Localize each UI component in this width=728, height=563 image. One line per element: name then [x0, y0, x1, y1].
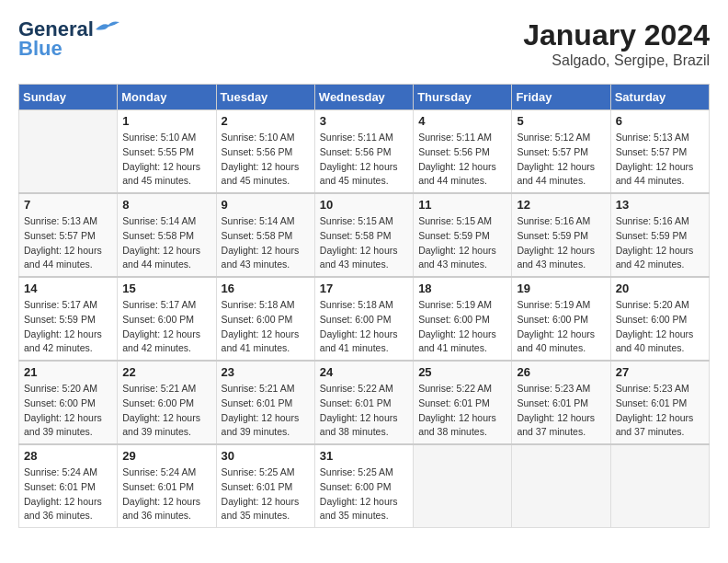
calendar-week-row: 28Sunrise: 5:24 AMSunset: 6:01 PMDayligh… — [19, 444, 710, 528]
calendar-cell: 7Sunrise: 5:13 AMSunset: 5:57 PMDaylight… — [19, 193, 118, 277]
calendar-cell: 28Sunrise: 5:24 AMSunset: 6:01 PMDayligh… — [19, 444, 118, 528]
calendar-cell: 5Sunrise: 5:12 AMSunset: 5:57 PMDaylight… — [512, 110, 610, 194]
logo-subtext: Blue — [18, 37, 63, 61]
calendar-cell: 21Sunrise: 5:20 AMSunset: 6:00 PMDayligh… — [19, 361, 118, 444]
day-info: Sunrise: 5:16 AMSunset: 5:59 PMDaylight:… — [517, 214, 605, 272]
day-info: Sunrise: 5:16 AMSunset: 5:59 PMDaylight:… — [616, 214, 704, 272]
day-number: 25 — [418, 365, 506, 379]
calendar-col-tuesday: Tuesday — [216, 85, 314, 110]
day-info: Sunrise: 5:19 AMSunset: 6:00 PMDaylight:… — [517, 298, 605, 356]
day-info: Sunrise: 5:15 AMSunset: 5:59 PMDaylight:… — [418, 214, 506, 272]
day-number: 16 — [222, 282, 310, 295]
day-number: 18 — [418, 282, 506, 295]
calendar-cell: 1Sunrise: 5:10 AMSunset: 5:55 PMDaylight… — [118, 110, 216, 194]
calendar-col-sunday: Sunday — [19, 85, 118, 110]
day-info: Sunrise: 5:22 AMSunset: 6:01 PMDaylight:… — [320, 382, 408, 440]
day-info: Sunrise: 5:23 AMSunset: 6:01 PMDaylight:… — [517, 382, 605, 440]
calendar-cell: 15Sunrise: 5:17 AMSunset: 6:00 PMDayligh… — [118, 277, 216, 361]
day-info: Sunrise: 5:25 AMSunset: 6:01 PMDaylight:… — [222, 465, 310, 523]
day-number: 17 — [320, 282, 408, 295]
calendar-cell: 29Sunrise: 5:24 AMSunset: 6:01 PMDayligh… — [118, 444, 216, 528]
calendar-table: SundayMondayTuesdayWednesdayThursdayFrid… — [18, 84, 710, 528]
calendar-cell: 22Sunrise: 5:21 AMSunset: 6:00 PMDayligh… — [118, 361, 216, 444]
day-info: Sunrise: 5:20 AMSunset: 6:00 PMDaylight:… — [616, 298, 704, 356]
day-number: 23 — [222, 365, 310, 379]
day-number: 29 — [122, 449, 210, 463]
day-info: Sunrise: 5:21 AMSunset: 6:01 PMDaylight:… — [222, 382, 310, 440]
day-info: Sunrise: 5:11 AMSunset: 5:56 PMDaylight:… — [320, 131, 408, 189]
day-info: Sunrise: 5:17 AMSunset: 5:59 PMDaylight:… — [24, 298, 112, 356]
page-header: General Blue January 2024 Salgado, Sergi… — [18, 18, 710, 69]
calendar-week-row: 7Sunrise: 5:13 AMSunset: 5:57 PMDaylight… — [19, 193, 710, 277]
day-number: 27 — [616, 365, 704, 379]
calendar-cell: 24Sunrise: 5:22 AMSunset: 6:01 PMDayligh… — [314, 361, 413, 444]
day-info: Sunrise: 5:12 AMSunset: 5:57 PMDaylight:… — [517, 131, 605, 189]
logo-bird-icon — [96, 20, 119, 35]
calendar-cell: 23Sunrise: 5:21 AMSunset: 6:01 PMDayligh… — [216, 361, 314, 444]
calendar-cell: 18Sunrise: 5:19 AMSunset: 6:00 PMDayligh… — [414, 277, 512, 361]
day-number: 6 — [616, 114, 704, 128]
day-info: Sunrise: 5:22 AMSunset: 6:01 PMDaylight:… — [418, 382, 506, 440]
day-number: 31 — [320, 449, 408, 463]
calendar-cell: 6Sunrise: 5:13 AMSunset: 5:57 PMDaylight… — [610, 110, 709, 194]
logo: General Blue — [18, 18, 119, 61]
day-info: Sunrise: 5:11 AMSunset: 5:56 PMDaylight:… — [418, 131, 506, 189]
day-info: Sunrise: 5:14 AMSunset: 5:58 PMDaylight:… — [122, 214, 210, 272]
calendar-cell: 16Sunrise: 5:18 AMSunset: 6:00 PMDayligh… — [216, 277, 314, 361]
calendar-cell: 30Sunrise: 5:25 AMSunset: 6:01 PMDayligh… — [216, 444, 314, 528]
calendar-cell: 31Sunrise: 5:25 AMSunset: 6:00 PMDayligh… — [314, 444, 413, 528]
calendar-cell: 3Sunrise: 5:11 AMSunset: 5:56 PMDaylight… — [314, 110, 413, 194]
calendar-header-row: SundayMondayTuesdayWednesdayThursdayFrid… — [19, 85, 710, 110]
calendar-cell: 12Sunrise: 5:16 AMSunset: 5:59 PMDayligh… — [512, 193, 610, 277]
day-info: Sunrise: 5:10 AMSunset: 5:56 PMDaylight:… — [222, 131, 310, 189]
calendar-cell: 9Sunrise: 5:14 AMSunset: 5:58 PMDaylight… — [216, 193, 314, 277]
day-number: 8 — [122, 198, 210, 212]
day-info: Sunrise: 5:24 AMSunset: 6:01 PMDaylight:… — [24, 465, 112, 523]
day-info: Sunrise: 5:15 AMSunset: 5:58 PMDaylight:… — [320, 214, 408, 272]
day-number: 1 — [122, 114, 210, 128]
day-number: 14 — [24, 282, 112, 295]
calendar-cell: 11Sunrise: 5:15 AMSunset: 5:59 PMDayligh… — [414, 193, 512, 277]
day-info: Sunrise: 5:10 AMSunset: 5:55 PMDaylight:… — [122, 131, 210, 189]
title-section: January 2024 Salgado, Sergipe, Brazil — [523, 18, 710, 69]
day-info: Sunrise: 5:13 AMSunset: 5:57 PMDaylight:… — [616, 131, 704, 189]
day-number: 2 — [222, 114, 310, 128]
day-info: Sunrise: 5:23 AMSunset: 6:01 PMDaylight:… — [616, 382, 704, 440]
day-info: Sunrise: 5:14 AMSunset: 5:58 PMDaylight:… — [222, 214, 310, 272]
calendar-cell: 14Sunrise: 5:17 AMSunset: 5:59 PMDayligh… — [19, 277, 118, 361]
calendar-cell: 27Sunrise: 5:23 AMSunset: 6:01 PMDayligh… — [610, 361, 709, 444]
day-number: 24 — [320, 365, 408, 379]
day-info: Sunrise: 5:25 AMSunset: 6:00 PMDaylight:… — [320, 465, 408, 523]
calendar-cell: 25Sunrise: 5:22 AMSunset: 6:01 PMDayligh… — [414, 361, 512, 444]
calendar-col-saturday: Saturday — [610, 85, 709, 110]
day-info: Sunrise: 5:17 AMSunset: 6:00 PMDaylight:… — [122, 298, 210, 356]
day-number: 7 — [24, 198, 112, 212]
day-number: 26 — [517, 365, 605, 379]
main-title: January 2024 — [523, 18, 710, 52]
day-info: Sunrise: 5:21 AMSunset: 6:00 PMDaylight:… — [122, 382, 210, 440]
day-number: 9 — [222, 198, 310, 212]
calendar-cell: 10Sunrise: 5:15 AMSunset: 5:58 PMDayligh… — [314, 193, 413, 277]
day-number: 10 — [320, 198, 408, 212]
calendar-week-row: 21Sunrise: 5:20 AMSunset: 6:00 PMDayligh… — [19, 361, 710, 444]
calendar-cell — [610, 444, 709, 528]
day-number: 22 — [122, 365, 210, 379]
calendar-cell: 13Sunrise: 5:16 AMSunset: 5:59 PMDayligh… — [610, 193, 709, 277]
subtitle: Salgado, Sergipe, Brazil — [523, 52, 710, 69]
calendar-cell: 4Sunrise: 5:11 AMSunset: 5:56 PMDaylight… — [414, 110, 512, 194]
day-info: Sunrise: 5:19 AMSunset: 6:00 PMDaylight:… — [418, 298, 506, 356]
calendar-week-row: 14Sunrise: 5:17 AMSunset: 5:59 PMDayligh… — [19, 277, 710, 361]
day-info: Sunrise: 5:20 AMSunset: 6:00 PMDaylight:… — [24, 382, 112, 440]
day-number: 12 — [517, 198, 605, 212]
day-number: 21 — [24, 365, 112, 379]
calendar-col-wednesday: Wednesday — [314, 85, 413, 110]
day-info: Sunrise: 5:13 AMSunset: 5:57 PMDaylight:… — [24, 214, 112, 272]
calendar-cell — [19, 110, 118, 194]
calendar-cell: 20Sunrise: 5:20 AMSunset: 6:00 PMDayligh… — [610, 277, 709, 361]
day-number: 5 — [517, 114, 605, 128]
calendar-cell: 8Sunrise: 5:14 AMSunset: 5:58 PMDaylight… — [118, 193, 216, 277]
calendar-cell: 19Sunrise: 5:19 AMSunset: 6:00 PMDayligh… — [512, 277, 610, 361]
day-info: Sunrise: 5:18 AMSunset: 6:00 PMDaylight:… — [222, 298, 310, 356]
calendar-cell — [512, 444, 610, 528]
day-info: Sunrise: 5:24 AMSunset: 6:01 PMDaylight:… — [122, 465, 210, 523]
